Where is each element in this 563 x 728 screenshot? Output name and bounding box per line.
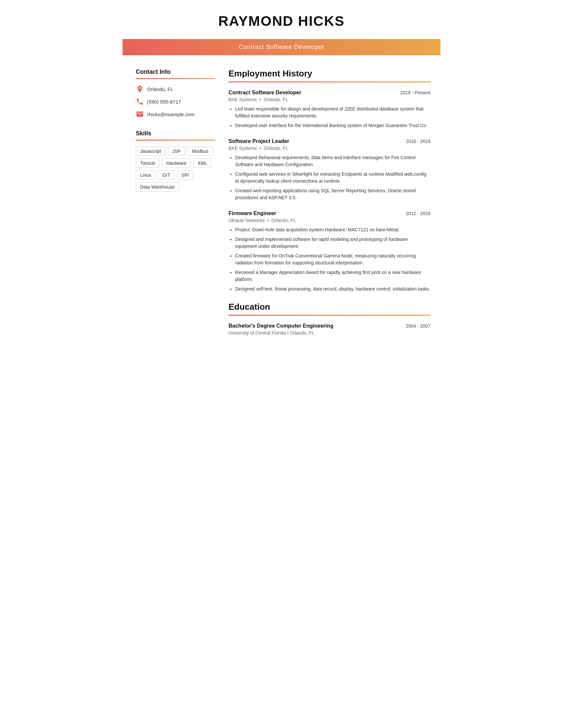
candidate-name: RAYMOND HICKS [122,13,441,29]
skill-tag: Tomcat [136,159,159,168]
skills-tags: JavascriptJSPModbusTomcatHardwareXMLLinu… [136,147,215,192]
contact-divider [136,78,215,79]
contact-email-text: rhicks@example.com [147,112,195,117]
skill-tag: XML [193,159,211,168]
job-dates: 2016 - 2019 [406,139,431,144]
edu-container: Bachelor's Degree Computer Engineering20… [228,323,431,336]
contact-phone: (590) 555-8717 [136,98,215,106]
job-header: Software Project Leader2016 - 2019 [228,138,431,144]
contact-phone-text: (590) 555-8717 [147,99,181,105]
title-bar: Contract Software Developer [122,39,441,55]
job-company: BAE Systems • Orlando, FL [228,146,431,151]
list-item: Project: Down-hole data acquisition syst… [235,226,431,233]
job-dates: 2012 - 2016 [406,211,431,216]
skill-tag: SPI [177,170,193,180]
employment-section-title: Employment History [228,68,431,79]
job-header: Contract Software Developer2019 - Presen… [228,90,431,96]
skills-divider [136,140,215,141]
contact-email: rhicks@example.com [136,110,215,118]
job-company: BAE Systems • Orlando, FL [228,97,431,102]
skills-section: Skills JavascriptJSPModbusTomcatHardware… [136,130,215,192]
list-item: Led team responsible for design and deve… [235,106,431,119]
edu-school: University of Central Florida • Orlando,… [228,330,431,336]
contact-location: Orlando, FL [136,85,215,93]
list-item: Developed Behavioral requirements, data … [235,154,431,168]
job-bullets: Led team responsible for design and deve… [228,106,431,129]
job-entry: Contract Software Developer2019 - Presen… [228,90,431,129]
job-header: Firmware Engineer2012 - 2016 [228,210,431,216]
jobs-container: Contract Software Developer2019 - Presen… [228,90,431,293]
skill-tag: JSP [168,147,185,156]
education-section: Education Bachelor's Degree Computer Eng… [228,302,431,336]
resume-header: RAYMOND HICKS [122,0,441,36]
employment-divider [228,81,431,82]
job-title: Software Project Leader [228,138,289,144]
skill-tag: Javascript [136,147,165,156]
skill-tag: Data Warehouse [136,182,179,192]
job-title: Firmware Engineer [228,210,276,216]
job-title: Contract Software Developer [228,90,302,96]
contact-section-title: Contact Info [136,68,215,75]
education-divider [228,315,431,316]
list-item: Created firmware for OnTrak Conventional… [235,252,431,266]
email-icon [136,110,144,118]
list-item: Designed self-test, threat processing, d… [235,286,431,293]
education-section-title: Education [228,302,431,312]
phone-icon [136,98,144,106]
job-entry: Firmware Engineer2012 - 2016Ubiquiti Net… [228,210,431,293]
edu-header: Bachelor's Degree Computer Engineering20… [228,323,431,329]
job-bullets: Project: Down-hole data acquisition syst… [228,226,431,293]
main-content: Employment History Contract Software Dev… [228,68,431,336]
sidebar: Contact Info Orlando, FL (590) 555-8717 [136,68,215,336]
location-icon [136,85,144,93]
edu-dates: 2004 - 2007 [406,323,431,329]
job-bullets: Developed Behavioral requirements, data … [228,154,431,201]
contact-location-text: Orlando, FL [147,86,173,92]
skill-tag: GIT [158,170,174,180]
list-item: Developed user interface for the Interna… [235,122,431,129]
list-item: Configured web services in Silverlight f… [235,171,431,185]
job-dates: 2019 - Present [400,90,431,95]
skill-tag: Modbus [188,147,213,156]
list-item: Created web-reporting applications using… [235,187,431,201]
job-company: Ubiquiti Networks • Orlando, FL [228,218,431,223]
body-layout: Contact Info Orlando, FL (590) 555-8717 [122,55,441,349]
skills-section-title: Skills [136,130,215,137]
skill-tag: Hardware [162,159,191,168]
list-item: Designed and implemented software for ra… [235,236,431,250]
list-item: Received a Manager Appreciation Award fo… [235,269,431,283]
edu-degree: Bachelor's Degree Computer Engineering [228,323,334,329]
candidate-title: Contract Software Developer [239,44,324,50]
edu-entry: Bachelor's Degree Computer Engineering20… [228,323,431,336]
job-entry: Software Project Leader2016 - 2019BAE Sy… [228,138,431,201]
skill-tag: Linux [136,170,155,180]
